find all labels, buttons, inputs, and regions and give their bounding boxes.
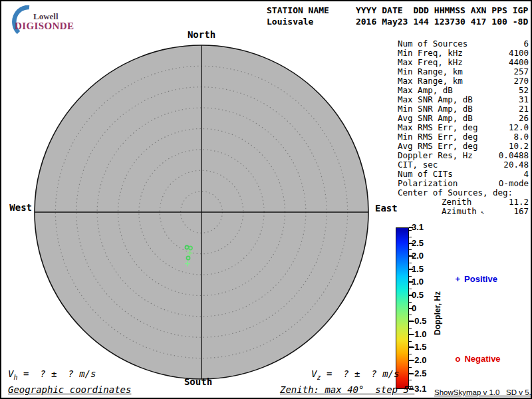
stats-value: 8.0 <box>513 132 529 142</box>
colorbar-tick-label: -2.0 <box>412 356 426 365</box>
stats-label: Max Freq, kHz <box>398 58 463 67</box>
stats-row: Max SNR Amp, dB31 <box>398 95 529 104</box>
stats-value: 21 <box>519 104 529 114</box>
colorbar-tick-label: 1.0 <box>412 277 424 287</box>
header-column-value: 144 <box>413 16 428 27</box>
stats-row: Num of Sources6 <box>398 39 529 49</box>
colorbar-minor-tick <box>409 341 412 342</box>
stats-row: Zenith11.2 <box>398 198 529 207</box>
stats-label: Zenith <box>398 198 471 207</box>
stats-row: Max RMS Err, deg12.0 <box>398 123 529 132</box>
colorbar-tick-label: 0 <box>412 304 416 313</box>
header-column-label: IGP <box>513 5 528 16</box>
header-column-label: HHMMSS <box>434 5 466 16</box>
colorbar-minor-tick <box>409 249 412 250</box>
stats-row: Center of Sources, deg: <box>398 188 529 198</box>
header-column-label: DATE <box>382 5 408 16</box>
stats-label: Doppler Res, Hz <box>398 151 473 160</box>
colorbar-minor-tick <box>409 367 412 368</box>
compass-label-west: West <box>5 202 32 213</box>
stats-label: Avg RMS Err, deg <box>398 142 477 151</box>
header-column-label: DDD <box>413 5 428 16</box>
header-column: YYYY2016 <box>356 5 376 27</box>
stats-label: Min SNR Amp, dB <box>398 104 473 114</box>
colorbar-tick-label: 1.5 <box>412 265 424 274</box>
stats-label: Center of Sources, deg: <box>398 188 513 198</box>
colorbar-tick-label: -0.5 <box>412 317 426 326</box>
stats-label: Num of CITs <box>398 170 453 179</box>
colorbar-minor-tick <box>409 315 412 315</box>
stats-row: Doppler Res, Hz0.0488 <box>398 151 529 160</box>
legend-negative: oNegative <box>446 344 501 374</box>
colorbar-tick-label: -1.0 <box>412 330 426 339</box>
stats-value: 52 <box>519 86 529 95</box>
stats-value: 10.2 <box>509 142 529 151</box>
header-column-value: 123730 <box>434 16 466 27</box>
stats-label: Polarization <box>398 179 458 188</box>
colorbar-minor-tick <box>409 263 412 263</box>
stats-row: Min SNR Amp, dB21 <box>398 104 529 114</box>
header-column: AXN417 <box>471 5 486 27</box>
stats-row: Max Freq, kHz4400 <box>398 58 529 67</box>
compass-label-east: East <box>375 203 398 213</box>
stats-value: 11.2 <box>509 198 529 207</box>
colorbar-minor-tick <box>409 354 412 354</box>
stats-row: Max Amp, dB52 <box>398 86 529 95</box>
logo-digisonde-text: DIGISONDE <box>15 21 74 32</box>
stats-value: 20.48 <box>503 160 529 170</box>
header-column: DDD144 <box>413 5 428 27</box>
stats-label: Max RMS Err, deg <box>398 123 477 132</box>
stats-value: 12.0 <box>509 123 529 132</box>
colorbar-minor-tick <box>409 380 412 380</box>
header-column-label: YYYY <box>356 5 376 16</box>
stats-value: 270 <box>513 76 529 86</box>
stats-row: Avg RMS Err, deg10.2 <box>398 142 529 151</box>
header-column: IGP-8D <box>513 5 528 27</box>
colorbar-tick-label: -1.5 <box>412 342 426 352</box>
colorbar-tick-label: -2.5 <box>412 369 426 378</box>
compass-label-north: North <box>182 29 221 40</box>
colorbar-tick-label: 2.5 <box>412 239 424 248</box>
compass-label-south: South <box>178 376 218 387</box>
stats-value: 4 <box>523 170 529 179</box>
stats-row: Max Range, km270 <box>398 76 529 86</box>
stats-row: PolarizationO-mode <box>398 179 529 188</box>
stats-value: 6 <box>523 39 529 49</box>
header-column-value: 2016 <box>356 16 376 27</box>
stats-row: Min RMS Err, deg8.0 <box>398 132 529 142</box>
stats-label: Min RMS Err, deg <box>398 132 477 142</box>
version-label: ShowSkymap v 1.0 SD v 5.1 <box>434 388 532 396</box>
plus-marker-icon: + <box>455 274 460 284</box>
legend-positive-label: Positive <box>464 274 497 284</box>
stats-value: 4100 <box>509 49 529 58</box>
stats-label: Num of Sources <box>398 39 467 49</box>
stats-label: Min Freq, kHz <box>398 49 463 58</box>
header-column-value: May23 <box>382 16 408 27</box>
colorbar-minor-tick <box>409 230 412 231</box>
header-column-label: AXN <box>471 5 486 16</box>
stats-value: 167 <box>513 207 529 217</box>
stats-row: Min Range, km257 <box>398 67 529 76</box>
colorbar-gradient <box>396 227 409 389</box>
showskymap-window: Lowell DIGISONDE STATION NAMELouisvaleYY… <box>0 0 532 399</box>
stats-label: CIT, sec <box>398 160 438 170</box>
colorbar-minor-tick <box>409 289 412 289</box>
station-header-table: STATION NAMELouisvaleYYYY2016DATEMay23DD… <box>267 5 532 27</box>
colorbar-tick-label: 0.5 <box>412 291 424 300</box>
stats-label: Azimuth↖ <box>398 207 484 217</box>
azimuth-arrow-icon: ↖ <box>477 209 484 215</box>
colorbar-minor-tick <box>409 302 412 303</box>
header-column: HHMMSS123730 <box>434 5 466 27</box>
stats-label: Max Amp, dB <box>398 86 453 95</box>
vh-readout: Vh = ? ± ? m/s <box>8 368 96 381</box>
stats-row: Num of CITs4 <box>398 170 529 179</box>
header-column-value: 100 <box>491 16 507 27</box>
measurement-stats-panel: Num of Sources6Min Freq, kHz4100Max Freq… <box>398 39 529 217</box>
header-column: STATION NAMELouisvale <box>267 5 329 27</box>
colorbar-minor-tick <box>409 276 412 277</box>
stats-value: O-mode <box>499 179 529 188</box>
stats-value: 31 <box>519 95 529 104</box>
vz-readout: Vz = ? ± ? m/s <box>311 368 399 381</box>
legend-negative-label: Negative <box>464 354 500 364</box>
stats-row: Avg SNR Amp, dB26 <box>398 114 529 123</box>
